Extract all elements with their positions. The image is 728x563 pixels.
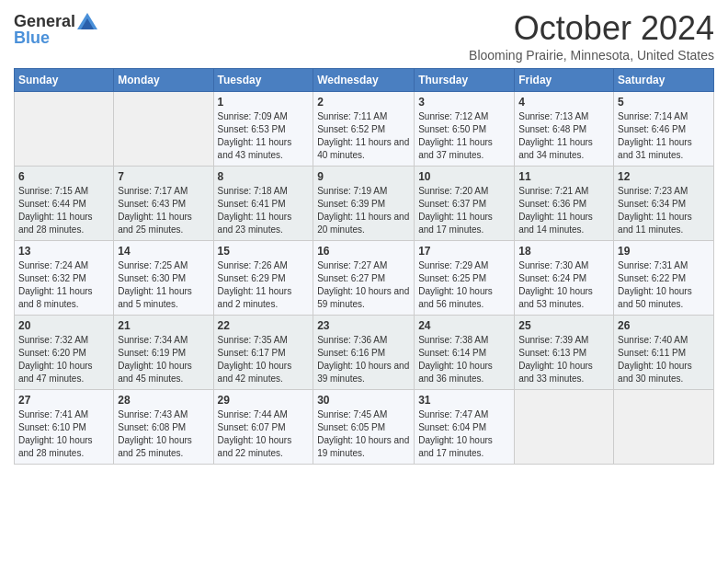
day-number: 2: [317, 96, 410, 109]
day-info: Sunrise: 7:12 AMSunset: 6:50 PMDaylight:…: [418, 110, 510, 162]
calendar-week-4: 20 Sunrise: 7:32 AMSunset: 6:20 PMDaylig…: [15, 316, 714, 390]
day-number: 8: [218, 170, 310, 183]
calendar-table: SundayMondayTuesdayWednesdayThursdayFrid…: [14, 68, 714, 465]
day-number: 25: [518, 319, 609, 332]
calendar-cell: 2 Sunrise: 7:11 AMSunset: 6:52 PMDayligh…: [313, 92, 415, 167]
calendar-cell: 28 Sunrise: 7:43 AMSunset: 6:08 PMDaylig…: [114, 390, 213, 465]
day-info: Sunrise: 7:25 AMSunset: 6:30 PMDaylight:…: [118, 259, 209, 311]
day-info: Sunrise: 7:11 AMSunset: 6:52 PMDaylight:…: [317, 110, 410, 162]
calendar-week-3: 13 Sunrise: 7:24 AMSunset: 6:32 PMDaylig…: [15, 241, 714, 316]
day-info: Sunrise: 7:18 AMSunset: 6:41 PMDaylight:…: [218, 185, 310, 236]
calendar-cell: 27 Sunrise: 7:41 AMSunset: 6:10 PMDaylig…: [15, 390, 114, 465]
day-number: 15: [218, 245, 310, 258]
day-number: 3: [418, 96, 510, 109]
calendar-cell: 9 Sunrise: 7:19 AMSunset: 6:39 PMDayligh…: [313, 167, 415, 241]
day-number: 14: [118, 245, 209, 258]
day-number: 6: [18, 170, 109, 183]
day-number: 4: [518, 96, 609, 109]
day-info: Sunrise: 7:45 AMSunset: 6:05 PMDaylight:…: [317, 408, 410, 460]
day-number: 24: [418, 319, 510, 332]
calendar-cell: 10 Sunrise: 7:20 AMSunset: 6:37 PMDaylig…: [415, 167, 515, 241]
calendar-cell: 14 Sunrise: 7:25 AMSunset: 6:30 PMDaylig…: [114, 241, 213, 316]
calendar-cell: 30 Sunrise: 7:45 AMSunset: 6:05 PMDaylig…: [313, 390, 415, 465]
day-number: 16: [317, 245, 410, 258]
day-info: Sunrise: 7:27 AMSunset: 6:27 PMDaylight:…: [317, 259, 410, 311]
calendar-cell: 23 Sunrise: 7:36 AMSunset: 6:16 PMDaylig…: [313, 316, 415, 390]
day-number: 13: [18, 245, 109, 258]
calendar-cell: 15 Sunrise: 7:26 AMSunset: 6:29 PMDaylig…: [213, 241, 313, 316]
calendar-cell: 11 Sunrise: 7:21 AMSunset: 6:36 PMDaylig…: [515, 167, 614, 241]
calendar-cell: [114, 92, 213, 167]
calendar-cell: 26 Sunrise: 7:40 AMSunset: 6:11 PMDaylig…: [614, 316, 714, 390]
calendar-cell: 31 Sunrise: 7:47 AMSunset: 6:04 PMDaylig…: [415, 390, 515, 465]
calendar-cell: 17 Sunrise: 7:29 AMSunset: 6:25 PMDaylig…: [415, 241, 515, 316]
day-info: Sunrise: 7:35 AMSunset: 6:17 PMDaylight:…: [218, 334, 310, 385]
calendar-cell: 6 Sunrise: 7:15 AMSunset: 6:44 PMDayligh…: [15, 167, 114, 241]
day-info: Sunrise: 7:40 AMSunset: 6:11 PMDaylight:…: [618, 334, 710, 385]
day-header-friday: Friday: [515, 69, 614, 92]
day-info: Sunrise: 7:20 AMSunset: 6:37 PMDaylight:…: [418, 185, 510, 236]
day-info: Sunrise: 7:23 AMSunset: 6:34 PMDaylight:…: [618, 185, 710, 236]
day-info: Sunrise: 7:31 AMSunset: 6:22 PMDaylight:…: [618, 259, 710, 311]
calendar-cell: 4 Sunrise: 7:13 AMSunset: 6:48 PMDayligh…: [515, 92, 614, 167]
day-number: 23: [317, 319, 410, 332]
calendar-week-1: 1 Sunrise: 7:09 AMSunset: 6:53 PMDayligh…: [15, 92, 714, 167]
days-header-row: SundayMondayTuesdayWednesdayThursdayFrid…: [15, 69, 714, 92]
day-header-thursday: Thursday: [415, 69, 515, 92]
month-title: October 2024: [469, 9, 714, 48]
day-info: Sunrise: 7:09 AMSunset: 6:53 PMDaylight:…: [218, 110, 310, 162]
day-number: 9: [317, 170, 410, 183]
day-header-sunday: Sunday: [15, 69, 114, 92]
day-info: Sunrise: 7:36 AMSunset: 6:16 PMDaylight:…: [317, 334, 410, 385]
calendar-cell: 24 Sunrise: 7:38 AMSunset: 6:14 PMDaylig…: [415, 316, 515, 390]
day-info: Sunrise: 7:30 AMSunset: 6:24 PMDaylight:…: [518, 259, 609, 311]
day-number: 19: [618, 245, 710, 258]
calendar-cell: 25 Sunrise: 7:39 AMSunset: 6:13 PMDaylig…: [515, 316, 614, 390]
day-number: 31: [418, 394, 510, 407]
calendar-cell: 5 Sunrise: 7:14 AMSunset: 6:46 PMDayligh…: [614, 92, 714, 167]
page-header: General Blue October 2024 Blooming Prair…: [14, 9, 714, 63]
day-info: Sunrise: 7:39 AMSunset: 6:13 PMDaylight:…: [518, 334, 609, 385]
day-number: 12: [618, 170, 710, 183]
day-number: 27: [18, 394, 109, 407]
calendar-cell: 3 Sunrise: 7:12 AMSunset: 6:50 PMDayligh…: [415, 92, 515, 167]
subtitle: Blooming Prairie, Minnesota, United Stat…: [469, 48, 714, 63]
day-number: 20: [18, 319, 109, 332]
day-number: 11: [518, 170, 609, 183]
day-info: Sunrise: 7:32 AMSunset: 6:20 PMDaylight:…: [18, 334, 109, 385]
calendar-cell: 18 Sunrise: 7:30 AMSunset: 6:24 PMDaylig…: [515, 241, 614, 316]
day-number: 18: [518, 245, 609, 258]
day-number: 1: [218, 96, 310, 109]
day-header-wednesday: Wednesday: [313, 69, 415, 92]
logo-blue-text: Blue: [14, 29, 50, 46]
day-number: 10: [418, 170, 510, 183]
calendar-cell: [614, 390, 714, 465]
day-info: Sunrise: 7:38 AMSunset: 6:14 PMDaylight:…: [418, 334, 510, 385]
day-info: Sunrise: 7:29 AMSunset: 6:25 PMDaylight:…: [418, 259, 510, 311]
logo-general-text: General: [14, 13, 75, 29]
day-info: Sunrise: 7:19 AMSunset: 6:39 PMDaylight:…: [317, 185, 410, 236]
day-number: 30: [317, 394, 410, 407]
calendar-cell: [515, 390, 614, 465]
day-number: 29: [218, 394, 310, 407]
day-info: Sunrise: 7:24 AMSunset: 6:32 PMDaylight:…: [18, 259, 109, 311]
calendar-cell: 20 Sunrise: 7:32 AMSunset: 6:20 PMDaylig…: [15, 316, 114, 390]
calendar-cell: 22 Sunrise: 7:35 AMSunset: 6:17 PMDaylig…: [213, 316, 313, 390]
title-area: October 2024 Blooming Prairie, Minnesota…: [469, 9, 714, 63]
logo: General Blue: [14, 9, 97, 46]
day-info: Sunrise: 7:44 AMSunset: 6:07 PMDaylight:…: [218, 408, 310, 460]
logo-icon: [77, 13, 97, 29]
calendar-cell: 7 Sunrise: 7:17 AMSunset: 6:43 PMDayligh…: [114, 167, 213, 241]
day-number: 17: [418, 245, 510, 258]
calendar-week-2: 6 Sunrise: 7:15 AMSunset: 6:44 PMDayligh…: [15, 167, 714, 241]
calendar-cell: 13 Sunrise: 7:24 AMSunset: 6:32 PMDaylig…: [15, 241, 114, 316]
calendar-week-5: 27 Sunrise: 7:41 AMSunset: 6:10 PMDaylig…: [15, 390, 714, 465]
calendar-cell: 16 Sunrise: 7:27 AMSunset: 6:27 PMDaylig…: [313, 241, 415, 316]
calendar-cell: 12 Sunrise: 7:23 AMSunset: 6:34 PMDaylig…: [614, 167, 714, 241]
day-number: 28: [118, 394, 209, 407]
day-number: 7: [118, 170, 209, 183]
day-header-saturday: Saturday: [614, 69, 714, 92]
day-info: Sunrise: 7:43 AMSunset: 6:08 PMDaylight:…: [118, 408, 209, 460]
day-number: 5: [618, 96, 710, 109]
day-info: Sunrise: 7:26 AMSunset: 6:29 PMDaylight:…: [218, 259, 310, 311]
